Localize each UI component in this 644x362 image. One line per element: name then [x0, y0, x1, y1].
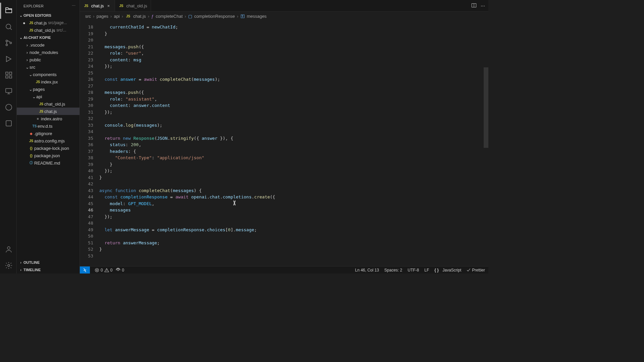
code-line[interactable]: model: GPT_MODEL,: [99, 200, 488, 207]
indentation-status[interactable]: Spaces: 2: [384, 268, 402, 273]
remote-explorer-icon[interactable]: [0, 83, 16, 99]
code-line[interactable]: [99, 128, 488, 135]
code-line[interactable]: }: [99, 161, 488, 168]
file-item[interactable]: {}package.json: [17, 152, 79, 159]
breadcrumb-item[interactable]: completionResponse: [194, 14, 235, 19]
code-line[interactable]: [99, 253, 488, 259]
close-icon[interactable]: ×: [106, 3, 111, 8]
code-line[interactable]: let answerMessage = completionResponse.c…: [99, 227, 488, 233]
file-item[interactable]: ⓘREADME.md: [17, 159, 79, 167]
folder-item[interactable]: ⌄api: [17, 93, 79, 100]
file-item[interactable]: JSchat.js: [17, 108, 79, 115]
code-line[interactable]: currentChatId = newChatId;: [99, 24, 488, 31]
line-number: 50: [80, 233, 93, 240]
folder-item[interactable]: ⌄pages: [17, 85, 79, 93]
file-item[interactable]: {}package-lock.json: [17, 144, 79, 152]
folder-item[interactable]: ⌄components: [17, 71, 79, 78]
js-file-icon: JS: [28, 139, 34, 143]
code-line[interactable]: content: msg: [99, 57, 488, 63]
cursor-position[interactable]: Ln 46, Col 13: [355, 268, 379, 273]
code-line[interactable]: }: [99, 246, 488, 253]
code-line[interactable]: });: [99, 63, 488, 70]
breadcrumb-item[interactable]: src: [85, 14, 91, 19]
editor-tab[interactable]: JSchat_old.js: [115, 0, 151, 11]
minimap[interactable]: [484, 20, 488, 266]
file-item[interactable]: TSenv.d.ts: [17, 122, 79, 130]
accounts-icon[interactable]: [0, 241, 16, 257]
folder-item[interactable]: ⌄src: [17, 63, 79, 71]
breadcrumb-item[interactable]: messages: [247, 14, 267, 19]
code-line[interactable]: status: 200,: [99, 141, 488, 148]
run-debug-icon[interactable]: [0, 51, 16, 67]
code-line[interactable]: [99, 220, 488, 227]
code-line[interactable]: [99, 83, 488, 89]
code-line[interactable]: content: answer.content: [99, 102, 488, 109]
ext-icon[interactable]: [0, 99, 16, 115]
code-line[interactable]: [99, 115, 488, 122]
code-line[interactable]: });: [99, 168, 488, 174]
breadcrumb-item[interactable]: chat.js: [133, 14, 146, 19]
prettier-status[interactable]: Prettier: [467, 268, 485, 273]
split-editor-icon[interactable]: [471, 3, 477, 9]
code-line[interactable]: [99, 70, 488, 76]
open-editors-header[interactable]: ⌄ OPEN EDITORS: [17, 12, 79, 19]
code-line[interactable]: });: [99, 109, 488, 116]
code-line[interactable]: [99, 181, 488, 187]
code-line[interactable]: }: [99, 31, 488, 37]
code-line[interactable]: console.log(messages);: [99, 122, 488, 129]
open-editor-item[interactable]: JSchat.jssrc/page...: [17, 19, 79, 26]
remote-indicator[interactable]: [80, 266, 90, 274]
extensions-icon[interactable]: [0, 67, 16, 83]
settings-gear-icon[interactable]: [0, 257, 16, 274]
code-line[interactable]: messages.push({: [99, 89, 488, 96]
folder-item[interactable]: ›node_modules: [17, 49, 79, 56]
file-item[interactable]: JSchat_old.js: [17, 100, 79, 108]
language-status[interactable]: { } JavaScript: [434, 268, 461, 273]
breadcrumb-item[interactable]: pages: [97, 14, 108, 19]
source-control-icon[interactable]: [0, 35, 16, 51]
ext-icon-2[interactable]: [0, 115, 16, 131]
code-line[interactable]: });: [99, 214, 488, 220]
code-content[interactable]: currentChatId = newChatId; } messages.pu…: [99, 20, 488, 266]
code-line[interactable]: role: "user",: [99, 50, 488, 57]
code-line[interactable]: async function completeChat(messages) {: [99, 187, 488, 194]
timeline-header[interactable]: › TIMELINE: [17, 266, 79, 274]
file-item[interactable]: ◆.gitignore: [17, 130, 79, 137]
ports-status[interactable]: 0: [116, 268, 124, 273]
code-line[interactable]: role: "assistant",: [99, 96, 488, 103]
breadcrumb-item[interactable]: api: [114, 14, 119, 19]
explorer-icon[interactable]: [0, 3, 16, 19]
more-icon[interactable]: ⋯: [72, 4, 75, 8]
folder-item[interactable]: ›public: [17, 56, 79, 63]
line-number: 53: [80, 253, 93, 259]
encoding-status[interactable]: UTF-8: [408, 268, 419, 273]
file-item[interactable]: JSindex.jsx: [17, 78, 79, 85]
code-line[interactable]: messages.push({: [99, 44, 488, 50]
folder-item[interactable]: ›.vscode: [17, 41, 79, 49]
search-icon[interactable]: [0, 19, 16, 35]
file-name: chat.js: [34, 20, 47, 25]
eol-status[interactable]: LF: [424, 268, 429, 273]
problems-status[interactable]: 0 0: [95, 268, 112, 273]
workspace-header[interactable]: ⌄ AI-CHAT KOPIE: [17, 34, 79, 41]
code-editor[interactable]: 1819202122232425262728293031323334353637…: [80, 20, 488, 266]
code-line[interactable]: [99, 233, 488, 240]
more-actions-icon[interactable]: ⋯: [481, 3, 485, 8]
code-line[interactable]: "Content-Type": "application/json": [99, 155, 488, 161]
code-line[interactable]: return answerMessage;: [99, 240, 488, 246]
code-line[interactable]: }: [99, 174, 488, 181]
file-item[interactable]: JSastro.config.mjs: [17, 137, 79, 144]
code-line[interactable]: const answer = await completeChat(messag…: [99, 76, 488, 83]
close-icon[interactable]: [23, 20, 28, 25]
breadcrumbs[interactable]: src›pages›api›JSchat.js›ƒcompleteChat›▢c…: [80, 12, 488, 20]
file-item[interactable]: ≡index.astro: [17, 115, 79, 122]
open-editor-item[interactable]: ×JSchat_old.jssrc/...: [17, 26, 79, 34]
outline-header[interactable]: › OUTLINE: [17, 259, 79, 266]
code-line[interactable]: [99, 37, 488, 44]
code-line[interactable]: const completionResponse = await openai.…: [99, 194, 488, 200]
breadcrumb-item[interactable]: completeChat: [156, 14, 182, 19]
code-line[interactable]: return new Response(JSON.stringify({ ans…: [99, 135, 488, 142]
code-line[interactable]: messages: [99, 207, 488, 214]
editor-tab[interactable]: JSchat.js×: [80, 0, 115, 11]
code-line[interactable]: headers: {: [99, 148, 488, 155]
